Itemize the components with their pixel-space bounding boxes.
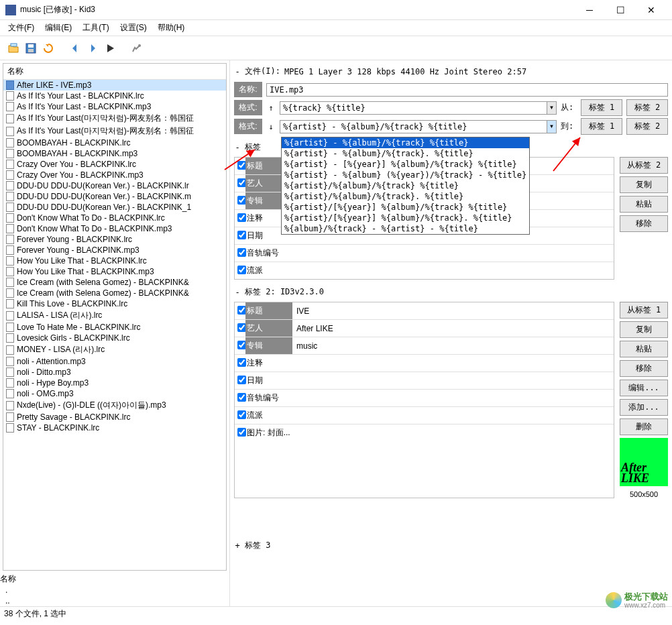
menu-file[interactable]: 文件(F) — [3, 21, 40, 35]
to-tag1-button[interactable]: 标签 1 — [581, 118, 622, 135]
file-item[interactable]: Nxde(Live) - (G)I-DLE ((여자)아이들).mp3 — [3, 399, 226, 412]
file-item[interactable]: How You Like That - BLACKPINK.lrc — [3, 255, 226, 266]
dropdown-option[interactable]: %{artist} - %{album} (%{year})/%{track} … — [282, 170, 529, 180]
play-icon[interactable] — [102, 40, 118, 56]
file-item[interactable]: BOOMBAYAH - BLACKPINK.lrc — [3, 137, 226, 148]
file-item[interactable]: DDU-DU DDU-DU(Korean Ver.) - BLACKPINK.m — [3, 191, 226, 202]
file-item[interactable]: LALISA - LISA (리사).lrc — [3, 309, 226, 322]
from-tag2-button[interactable]: 标签 2 — [626, 99, 668, 116]
from-tag1-button[interactable]: 标签 1 — [581, 99, 622, 116]
field-value[interactable]: After LIKE — [292, 321, 614, 336]
dropdown-option[interactable]: %{artist} - %{album}/%{track}. %{title} — [282, 148, 529, 159]
tag-action-button[interactable]: 添加... — [620, 399, 668, 416]
file-item[interactable]: MONEY - LISA (리사).lrc — [3, 343, 226, 356]
tag-action-button[interactable]: 移除 — [620, 215, 668, 232]
file-item[interactable]: noli - Hype Boy.mp3 — [3, 378, 226, 388]
forward-icon[interactable] — [85, 40, 101, 56]
dropdown-option[interactable]: %{artist} - %{album}/%{track} %{title} — [282, 137, 529, 148]
field-value[interactable]: IVE — [292, 304, 614, 319]
dropdown-option[interactable]: %{artist}/[%{year}] %{album}/%{track} %{… — [282, 202, 529, 213]
format2-input[interactable] — [280, 120, 557, 133]
file-item[interactable]: Forever Young - BLACKPINK.mp3 — [3, 245, 226, 255]
dropdown-option[interactable]: %{artist} - [%{year}] %{album}/%{track} … — [282, 159, 529, 170]
back-icon[interactable] — [67, 40, 83, 56]
expand-tag3-icon[interactable]: + — [234, 541, 241, 551]
menu-tools[interactable]: 工具(T) — [77, 21, 114, 35]
tag-action-button[interactable]: 粘贴 — [620, 341, 668, 357]
file-icon — [6, 401, 14, 410]
tag-action-button[interactable]: 复制 — [620, 321, 668, 338]
open-icon[interactable] — [5, 40, 21, 56]
collapse-tag2-icon[interactable]: - — [234, 288, 241, 297]
field-value[interactable] — [292, 361, 614, 366]
file-name: Ice Cream (with Selena Gomez) - BLACKPIN… — [17, 288, 189, 298]
save-icon[interactable] — [23, 40, 39, 56]
file-item[interactable]: Ice Cream (with Selena Gomez) - BLACKPIN… — [3, 288, 226, 298]
format-dropdown[interactable]: %{artist} - %{album}/%{track} %{title}%{… — [281, 137, 530, 235]
file-item[interactable]: Forever Young - BLACKPINK.lrc — [3, 234, 226, 245]
menu-help[interactable]: 帮助(H) — [152, 21, 190, 35]
dropdown-option[interactable]: %{artist}/%{album}/%{track} %{title} — [282, 180, 529, 191]
collapse-tag1-icon[interactable]: - — [234, 143, 241, 152]
format2-dropdown-icon[interactable]: ▼ — [547, 121, 556, 133]
format1-dropdown-icon[interactable]: ▼ — [547, 102, 556, 114]
tag-action-button[interactable]: 移除 — [620, 360, 668, 377]
field-value[interactable] — [292, 268, 614, 274]
file-item[interactable]: noli - OMG.mp3 — [3, 388, 226, 399]
file-item[interactable]: Don't Know What To Do - BLACKPINK.mp3 — [3, 223, 226, 234]
field-value[interactable] — [292, 431, 614, 436]
tag-action-button[interactable]: 粘贴 — [620, 196, 668, 213]
revert-icon[interactable] — [40, 40, 56, 56]
file-item[interactable]: noli - Attention.mp3 — [3, 356, 226, 367]
settings-icon[interactable] — [129, 40, 145, 56]
file-item[interactable]: Pretty Savage - BLACKPINK.lrc — [3, 412, 226, 422]
file-item[interactable]: Don't Know What To Do - BLACKPINK.lrc — [3, 213, 226, 223]
field-value[interactable] — [292, 413, 614, 418]
dropdown-option[interactable]: %{album}/%{track} - %{artist} - %{title} — [282, 223, 529, 234]
file-item[interactable]: Lovesick Girls - BLACKPINK.lrc — [3, 333, 226, 343]
tag-action-button[interactable]: 删除 — [620, 418, 668, 435]
dropdown-option[interactable]: %{artist}/[%{year}] %{album}/%{track}. %… — [282, 213, 529, 223]
tag-action-button[interactable]: 编辑... — [620, 380, 668, 396]
bottom-list[interactable]: 名称 ... — [0, 573, 229, 606]
file-list[interactable]: 名称 After LIKE - IVE.mp3As If It's Your L… — [3, 63, 227, 571]
file-item[interactable]: Crazy Over You - BLACKPINK.mp3 — [3, 170, 226, 180]
list-item[interactable]: . — [0, 585, 229, 595]
field-value[interactable] — [292, 251, 614, 256]
collapse-fileinfo-icon[interactable]: - — [234, 67, 241, 76]
dropdown-option[interactable]: %{artist}/%{album}/%{track}. %{title} — [282, 191, 529, 202]
file-item[interactable]: After LIKE - IVE.mp3 — [3, 80, 226, 91]
to-tag2-button[interactable]: 标签 2 — [626, 118, 668, 135]
bottom-list-header[interactable]: 名称 — [0, 573, 229, 585]
tag-action-button[interactable]: 从标签 1 — [620, 302, 668, 319]
file-item[interactable]: noli - Ditto.mp3 — [3, 367, 226, 378]
file-item[interactable]: As If It's Your Last(마지막처럼)-网友别名：韩国征 — [3, 112, 226, 125]
close-button[interactable]: ✕ — [636, 0, 667, 20]
format1-input[interactable] — [280, 101, 557, 115]
file-item[interactable]: How You Like That - BLACKPINK.mp3 — [3, 266, 226, 277]
minimize-button[interactable]: ─ — [574, 0, 605, 20]
file-item[interactable]: DDU-DU DDU-DU(Korean Ver.) - BLACKPINK.l… — [3, 180, 226, 191]
file-list-header[interactable]: 名称 — [3, 64, 226, 80]
field-value[interactable]: music — [292, 339, 614, 353]
menu-settings[interactable]: 设置(S) — [115, 21, 152, 35]
maximize-button[interactable]: ☐ — [605, 0, 636, 20]
file-item[interactable]: DDU-DU DDU-DU(Korean Ver.) - BLACKPINK_1 — [3, 202, 226, 213]
file-item[interactable]: Love To Hate Me - BLACKPINK.lrc — [3, 322, 226, 333]
file-item[interactable]: BOOMBAYAH - BLACKPINK.mp3 — [3, 148, 226, 159]
album-art[interactable]: AfterLIKE — [620, 438, 668, 486]
tag-action-button[interactable]: 从标签 2 — [620, 157, 668, 174]
name-input[interactable] — [266, 83, 668, 97]
file-item[interactable]: Kill This Love - BLACKPINK.lrc — [3, 298, 226, 309]
field-value[interactable] — [292, 396, 614, 401]
list-item[interactable]: .. — [0, 595, 229, 606]
field-value[interactable] — [292, 378, 614, 384]
file-item[interactable]: STAY - BLACKPINK.lrc — [3, 422, 226, 433]
file-item[interactable]: As If It's Your Last - BLACKPINK.lrc — [3, 91, 226, 101]
menu-edit[interactable]: 编辑(E) — [40, 21, 77, 35]
file-item[interactable]: Ice Cream (with Selena Gomez) - BLACKPIN… — [3, 277, 226, 288]
tag-action-button[interactable]: 复制 — [620, 176, 668, 193]
file-item[interactable]: Crazy Over You - BLACKPINK.lrc — [3, 159, 226, 170]
file-item[interactable]: As If It's Your Last(마지막처럼)-网友别名：韩国征 — [3, 125, 226, 137]
file-item[interactable]: As If It's Your Last - BLACKPINK.mp3 — [3, 101, 226, 112]
